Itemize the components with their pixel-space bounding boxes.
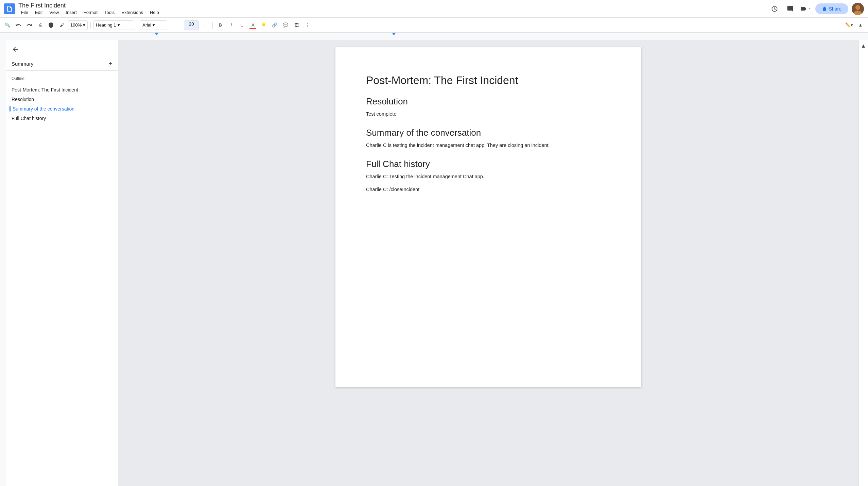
menu-view[interactable]: View bbox=[47, 9, 62, 16]
outline-item-summary[interactable]: Summary of the conversation bbox=[12, 104, 112, 114]
ruler-inner bbox=[117, 33, 423, 40]
sidebar: Summary + Outline Post-Mortem: The First… bbox=[6, 40, 118, 486]
section-resolution-body: Test complete bbox=[366, 110, 611, 118]
summary-add-button[interactable]: + bbox=[108, 60, 112, 68]
page-area[interactable]: Post-Mortem: The First Incident Resoluti… bbox=[118, 40, 858, 486]
menu-bar: File Edit View Insert Format Tools Exten… bbox=[18, 9, 765, 16]
redo-button[interactable] bbox=[24, 20, 34, 30]
print-button[interactable]: 🖨 bbox=[35, 20, 45, 30]
link-button[interactable]: 🔗 bbox=[270, 20, 279, 30]
bold-button[interactable]: B bbox=[215, 20, 225, 30]
left-ruler bbox=[0, 40, 6, 486]
edit-mode-button[interactable]: ✏️▾ bbox=[844, 20, 854, 30]
font-chevron-icon: ▾ bbox=[153, 22, 155, 28]
menu-extensions[interactable]: Extensions bbox=[119, 9, 146, 16]
menu-file[interactable]: File bbox=[18, 9, 31, 16]
outline-item-chat[interactable]: Full Chat history bbox=[12, 114, 112, 123]
font-size-display[interactable]: 20 bbox=[184, 20, 199, 30]
paint-format-button[interactable]: 🖌 bbox=[57, 20, 67, 30]
undo-button[interactable] bbox=[14, 20, 23, 30]
summary-section: Summary + bbox=[6, 57, 118, 71]
underline-button[interactable]: U bbox=[237, 20, 247, 30]
comment-icon[interactable] bbox=[784, 3, 796, 15]
title-bar: The First Incident File Edit View Insert… bbox=[0, 0, 868, 18]
separator-2 bbox=[137, 22, 137, 29]
comment-add-button[interactable]: 💬 bbox=[281, 20, 290, 30]
doc-title-h1: Post-Mortem: The First Incident bbox=[366, 74, 611, 87]
style-select[interactable]: Heading 1 ▾ bbox=[93, 20, 134, 30]
text-color-button[interactable]: A bbox=[248, 20, 258, 30]
zoom-select[interactable]: 100% ▾ bbox=[68, 20, 88, 30]
svg-point-1 bbox=[855, 5, 860, 10]
section-chat-line2: Charlie C: /closeIncident bbox=[366, 186, 611, 194]
share-label: Share bbox=[829, 6, 841, 12]
section-summary-body: Charlie C is testing the incident manage… bbox=[366, 141, 611, 149]
image-button[interactable]: 🖼 bbox=[292, 20, 301, 30]
collapse-toolbar-button[interactable]: ▲ bbox=[856, 20, 865, 30]
more-options-button[interactable]: ⋮ bbox=[302, 20, 312, 30]
section-resolution-heading: Resolution bbox=[366, 96, 611, 107]
highlight-button[interactable] bbox=[259, 20, 268, 30]
doc-icon bbox=[4, 3, 15, 14]
separator-4 bbox=[212, 22, 213, 29]
section-chat-heading: Full Chat history bbox=[366, 159, 611, 169]
menu-format[interactable]: Format bbox=[81, 9, 100, 16]
history-icon[interactable] bbox=[768, 3, 781, 15]
collapse-button[interactable]: ▲ bbox=[861, 43, 866, 49]
ruler bbox=[0, 33, 868, 40]
title-section: The First Incident File Edit View Insert… bbox=[18, 2, 765, 16]
sidebar-back-button[interactable] bbox=[6, 40, 118, 57]
avatar[interactable] bbox=[852, 3, 864, 15]
outline-section: Outline Post-Mortem: The First Incident … bbox=[6, 71, 118, 126]
outline-title-label: Outline bbox=[12, 76, 112, 81]
doc-title[interactable]: The First Incident bbox=[18, 2, 765, 9]
right-margin: ▲ bbox=[858, 40, 868, 486]
outline-item-title[interactable]: Post-Mortem: The First Incident bbox=[12, 85, 112, 95]
title-actions: Share bbox=[768, 3, 864, 15]
section-chat-line1: Charlie C: Testing the incident manageme… bbox=[366, 173, 611, 181]
font-size-increase-button[interactable]: + bbox=[200, 20, 210, 30]
main-area: Summary + Outline Post-Mortem: The First… bbox=[0, 40, 868, 486]
menu-edit[interactable]: Edit bbox=[32, 9, 45, 16]
section-summary-heading: Summary of the conversation bbox=[366, 128, 611, 138]
share-button[interactable]: Share bbox=[815, 3, 848, 14]
separator-3 bbox=[170, 22, 170, 29]
zoom-chevron-icon: ▾ bbox=[83, 22, 85, 28]
document-page: Post-Mortem: The First Incident Resoluti… bbox=[335, 47, 641, 387]
separator-1 bbox=[90, 22, 91, 29]
video-icon[interactable] bbox=[800, 3, 812, 15]
italic-button[interactable]: I bbox=[226, 20, 236, 30]
summary-label: Summary bbox=[12, 61, 33, 67]
style-chevron-icon: ▾ bbox=[118, 22, 120, 28]
menu-help[interactable]: Help bbox=[147, 9, 162, 16]
search-toolbar-icon[interactable]: 🔍 bbox=[3, 20, 12, 30]
toolbar: 🔍 🖨 🖌 100% ▾ Heading 1 ▾ Arial ▾ − 20 + … bbox=[0, 18, 868, 33]
outline-item-resolution[interactable]: Resolution bbox=[12, 95, 112, 104]
spellcheck-button[interactable] bbox=[46, 20, 56, 30]
menu-tools[interactable]: Tools bbox=[102, 9, 117, 16]
menu-insert[interactable]: Insert bbox=[63, 9, 80, 16]
font-select[interactable]: Arial ▾ bbox=[140, 20, 167, 30]
font-size-decrease-button[interactable]: − bbox=[173, 20, 183, 30]
